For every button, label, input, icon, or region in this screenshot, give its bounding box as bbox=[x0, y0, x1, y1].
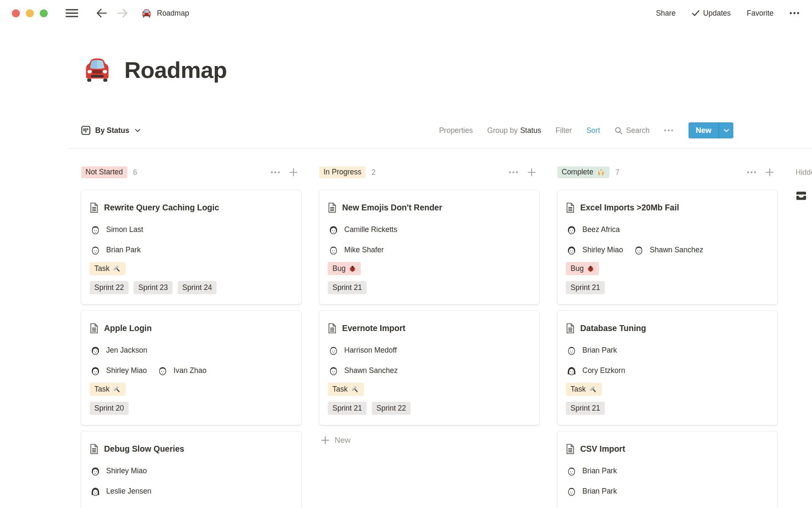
card-people-row: Brian Park bbox=[566, 483, 769, 499]
tag-chip: Bug bbox=[328, 262, 361, 275]
sprint-chip: Sprint 24 bbox=[178, 281, 217, 294]
column-add-icon[interactable] bbox=[289, 168, 298, 177]
kanban-card[interactable]: Excel Imports >20Mb FailBeez AfricaShirl… bbox=[557, 190, 777, 304]
column-more-icon[interactable] bbox=[271, 171, 280, 174]
group-by-button[interactable]: Group byStatus bbox=[487, 126, 541, 135]
avatar bbox=[633, 244, 645, 256]
kanban-card[interactable]: Evernote ImportHarrison MedoffShawn Sanc… bbox=[319, 311, 539, 425]
search-button[interactable]: Search bbox=[614, 126, 650, 135]
tag-label: Bug bbox=[332, 264, 346, 273]
avatar bbox=[90, 244, 101, 256]
page-header: Roadmap bbox=[81, 56, 812, 83]
view-switcher[interactable]: By Status bbox=[81, 126, 140, 135]
minimize-window-button[interactable] bbox=[26, 9, 34, 17]
page-title[interactable]: Roadmap bbox=[124, 57, 227, 83]
avatar bbox=[90, 465, 101, 477]
card-title-row: CSV Import bbox=[566, 442, 769, 456]
breadcrumb[interactable]: Roadmap bbox=[141, 8, 189, 18]
avatar bbox=[566, 486, 577, 497]
card-title: Apple Login bbox=[104, 323, 152, 333]
column-status-badge[interactable]: Complete bbox=[557, 166, 609, 178]
sprint-chip: Sprint 23 bbox=[134, 281, 173, 294]
kanban-card[interactable]: New Emojis Don't RenderCamille RickettsM… bbox=[319, 190, 539, 304]
person-name: Brian Park bbox=[582, 467, 617, 475]
avatar bbox=[566, 345, 577, 356]
person: Jen Jackson bbox=[90, 345, 147, 356]
page-icon bbox=[90, 444, 99, 454]
card-title-row: New Emojis Don't Render bbox=[328, 200, 531, 215]
avatar bbox=[566, 244, 577, 256]
add-icon bbox=[321, 436, 329, 444]
filter-button[interactable]: Filter bbox=[556, 126, 572, 135]
avatar bbox=[328, 244, 339, 256]
person-name: Ivan Zhao bbox=[173, 366, 206, 375]
person-name: Mike Shafer bbox=[344, 246, 384, 254]
sort-button[interactable]: Sort bbox=[586, 126, 600, 135]
properties-button[interactable]: Properties bbox=[439, 126, 473, 135]
page-emoji-car-icon[interactable] bbox=[81, 56, 113, 83]
back-icon[interactable] bbox=[96, 8, 107, 18]
zoom-window-button[interactable] bbox=[40, 9, 48, 17]
column-label: Not Started bbox=[85, 168, 123, 177]
new-button[interactable]: New bbox=[689, 122, 719, 138]
page-icon bbox=[566, 323, 575, 334]
card-title-row: Database Tuning bbox=[566, 321, 769, 335]
inbox-icon bbox=[796, 190, 807, 202]
search-label: Search bbox=[626, 126, 650, 135]
new-card-button[interactable]: New bbox=[319, 431, 539, 449]
column-add-icon[interactable] bbox=[765, 168, 774, 177]
person: Beez Africa bbox=[566, 224, 620, 235]
favorite-button[interactable]: Favorite bbox=[747, 9, 774, 18]
tag-label: Task bbox=[94, 264, 110, 273]
person: Ivan Zhao bbox=[157, 365, 206, 376]
kanban-card[interactable]: Rewrite Query Caching LogicSimon LastBri… bbox=[81, 190, 301, 304]
search-icon bbox=[614, 127, 623, 135]
person-name: Jen Jackson bbox=[106, 346, 147, 355]
hidden-groups-label[interactable]: Hidden groups bbox=[796, 166, 812, 179]
column-more-icon[interactable] bbox=[747, 171, 756, 174]
new-card-label: New bbox=[335, 436, 351, 445]
updates-button[interactable]: Updates bbox=[692, 9, 731, 18]
kanban-card[interactable]: Debug Slow QueriesShirley MiaoLeslie Jen… bbox=[81, 431, 301, 508]
board-column: Not Started6Rewrite Query Caching LogicS… bbox=[81, 166, 301, 508]
hammer-icon bbox=[351, 385, 359, 393]
avatar bbox=[157, 365, 168, 376]
share-button[interactable]: Share bbox=[656, 9, 676, 18]
card-people-row: Shawn Sanchez bbox=[328, 362, 531, 378]
person: Harrison Medoff bbox=[328, 345, 397, 356]
traffic-lights bbox=[12, 9, 48, 17]
column-status-badge[interactable]: In Progress bbox=[319, 166, 365, 178]
view-more-icon[interactable] bbox=[664, 129, 673, 132]
kanban-card[interactable]: Apple LoginJen JacksonShirley MiaoIvan Z… bbox=[81, 311, 301, 425]
person-name: Shawn Sanchez bbox=[344, 366, 398, 375]
hidden-group-no-status[interactable]: No Status bbox=[796, 190, 812, 202]
close-window-button[interactable] bbox=[12, 9, 20, 17]
page-icon bbox=[328, 323, 337, 334]
group-by-value: Status bbox=[520, 126, 541, 135]
card-sprints-row: Sprint 21 bbox=[328, 281, 531, 294]
person: Brian Park bbox=[566, 345, 617, 356]
person-name: Simon Last bbox=[106, 225, 143, 234]
person-name: Beez Africa bbox=[582, 225, 620, 234]
avatar bbox=[566, 465, 577, 477]
forward-icon[interactable] bbox=[117, 8, 128, 18]
more-icon[interactable] bbox=[790, 12, 799, 14]
new-dropdown-button[interactable] bbox=[719, 122, 733, 138]
sidebar-menu-icon[interactable] bbox=[66, 8, 78, 18]
column-cards: Rewrite Query Caching LogicSimon LastBri… bbox=[81, 190, 301, 508]
hammer-icon bbox=[113, 265, 121, 273]
column-count: 6 bbox=[133, 168, 137, 177]
column-status-badge[interactable]: Not Started bbox=[81, 166, 127, 178]
person: Brian Park bbox=[90, 244, 141, 256]
ladybug-icon bbox=[349, 265, 356, 272]
column-header: In Progress2 bbox=[319, 166, 539, 179]
card-sprints-row: Sprint 21 bbox=[566, 402, 769, 415]
card-people-row: Shirley Miao bbox=[90, 463, 293, 479]
kanban-card[interactable]: CSV ImportBrian ParkBrian Park bbox=[557, 431, 777, 508]
kanban-card[interactable]: Database TuningBrian ParkCory EtzkornTas… bbox=[557, 311, 777, 425]
column-add-icon[interactable] bbox=[527, 168, 536, 177]
window-titlebar: Roadmap Share Updates Favorite bbox=[0, 0, 812, 26]
card-people-row: Brian Park bbox=[566, 463, 769, 479]
person: Shirley Miao bbox=[90, 365, 147, 376]
column-more-icon[interactable] bbox=[509, 171, 518, 174]
